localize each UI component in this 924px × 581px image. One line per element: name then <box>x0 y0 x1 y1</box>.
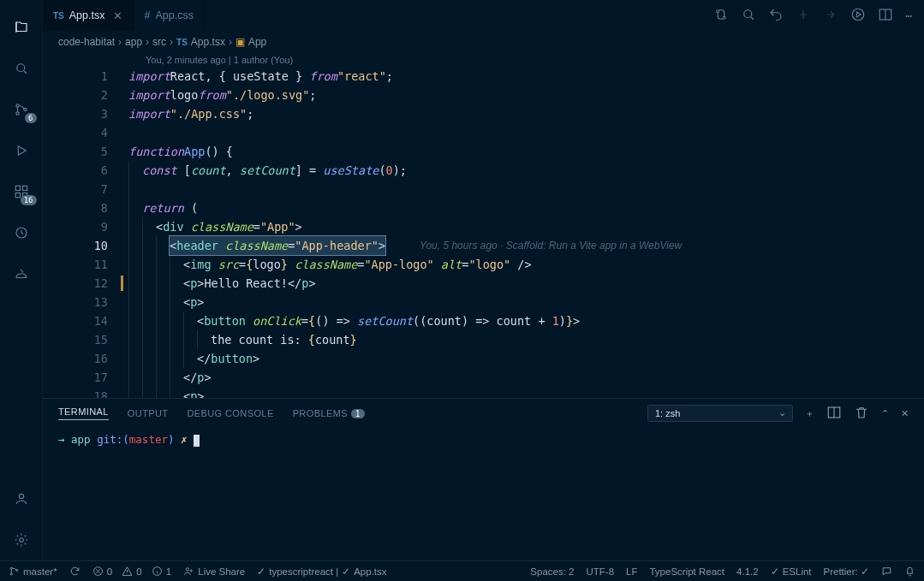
problems-count-badge: 1 <box>351 409 365 418</box>
status-ts-version[interactable]: 4.1.2 <box>736 566 759 577</box>
breadcrumbs[interactable]: code-habitat› app› src› TS App.tsx› ▣ Ap… <box>43 31 924 53</box>
status-sync[interactable] <box>69 566 80 577</box>
open-changes-icon[interactable] <box>741 7 756 25</box>
status-bar: master* 0 0 1 Live Share ✓ typescriptrea… <box>0 560 924 581</box>
tab-label: App.css <box>155 9 193 21</box>
extensions-icon[interactable]: 16 <box>9 180 33 204</box>
bottom-panel: TERMINAL OUTPUT DEBUG CONSOLE PROBLEMS1 … <box>43 398 924 560</box>
terminal-body[interactable]: → app git:(master) ✗ <box>43 428 924 560</box>
source-control-icon[interactable]: 6 <box>9 98 33 122</box>
svg-rect-4 <box>15 186 20 190</box>
timeline-icon[interactable] <box>9 221 33 245</box>
status-language-mode[interactable]: TypeScript React <box>649 566 724 577</box>
svg-rect-5 <box>22 186 27 190</box>
tab-app-css[interactable]: # App.css <box>134 0 204 31</box>
svg-point-22 <box>187 568 189 571</box>
svg-point-10 <box>19 538 23 542</box>
gitlens-blame: You, 5 hours ago · Scaffold: Run a Vite … <box>420 236 682 255</box>
run-icon[interactable] <box>850 7 866 25</box>
status-bell-icon[interactable] <box>904 566 915 577</box>
more-actions-icon[interactable]: ⋯ <box>905 9 912 22</box>
undo-icon[interactable] <box>768 7 784 25</box>
status-encoding[interactable]: UTF-8 <box>586 566 614 577</box>
ts-file-icon: TS <box>176 38 188 47</box>
editor-title-actions: ⋯ <box>713 0 924 31</box>
close-panel-icon[interactable]: ✕ <box>901 408 909 419</box>
terminal-cursor <box>194 435 200 447</box>
svg-point-14 <box>852 9 864 21</box>
new-terminal-icon[interactable]: ＋ <box>805 407 814 420</box>
svg-point-0 <box>16 64 24 72</box>
crumb-symbol[interactable]: App <box>248 36 266 48</box>
explorer-icon[interactable] <box>9 15 33 39</box>
tab-app-tsx[interactable]: TS App.tsx ✕ <box>43 0 134 31</box>
code-editor[interactable]: 1import React, { useState } from "react"… <box>43 67 924 398</box>
scm-badge: 6 <box>25 113 36 123</box>
maximize-panel-icon[interactable]: ⌃ <box>881 408 889 419</box>
split-terminal-icon[interactable] <box>826 405 842 422</box>
prev-change-icon[interactable] <box>796 7 811 25</box>
svg-point-13 <box>744 9 752 17</box>
terminal-shell-select[interactable]: 1: zsh <box>647 405 793 422</box>
svg-point-2 <box>15 112 18 115</box>
accounts-icon[interactable] <box>9 487 33 511</box>
status-branch[interactable]: master* <box>9 566 57 577</box>
svg-rect-6 <box>15 193 20 198</box>
search-icon[interactable] <box>9 56 33 80</box>
ts-file-icon: TS <box>53 11 64 21</box>
status-feedback-icon[interactable] <box>881 566 892 577</box>
panel-tab-debug-console[interactable]: DEBUG CONSOLE <box>187 408 273 418</box>
next-change-icon[interactable] <box>823 7 838 25</box>
status-spaces[interactable]: Spaces: 2 <box>530 566 574 577</box>
split-editor-icon[interactable] <box>878 7 893 25</box>
crumb-file[interactable]: App.tsx <box>191 36 225 48</box>
svg-point-18 <box>10 573 12 575</box>
settings-gear-icon[interactable] <box>9 528 33 552</box>
panel-tab-terminal[interactable]: TERMINAL <box>58 406 109 420</box>
status-spellcheck-lang[interactable]: ✓ typescriptreact | ✓ App.tsx <box>257 566 386 578</box>
compare-changes-icon[interactable] <box>713 7 729 25</box>
kill-terminal-icon[interactable] <box>854 405 869 422</box>
symbol-icon: ▣ <box>235 36 245 48</box>
crumb[interactable]: code-habitat <box>58 36 115 48</box>
crumb[interactable]: app <box>125 36 142 48</box>
tab-label: App.tsx <box>69 9 105 21</box>
run-debug-icon[interactable] <box>9 139 33 163</box>
remote-icon[interactable] <box>9 262 33 286</box>
status-eol[interactable]: LF <box>626 566 637 577</box>
svg-point-12 <box>723 16 725 19</box>
status-liveshare[interactable]: Live Share <box>183 566 245 577</box>
svg-point-11 <box>717 9 719 12</box>
status-problems[interactable]: 0 0 1 <box>92 566 172 577</box>
editor-tabs: TS App.tsx ✕ # App.css ⋯ <box>43 0 924 31</box>
extensions-badge: 16 <box>21 195 37 205</box>
svg-point-17 <box>10 567 12 569</box>
panel-tab-problems[interactable]: PROBLEMS1 <box>293 408 365 418</box>
crumb[interactable]: src <box>152 36 166 48</box>
panel-tab-output[interactable]: OUTPUT <box>128 408 169 418</box>
css-file-icon: # <box>144 9 150 21</box>
status-prettier[interactable]: Prettier: ✓ <box>824 566 869 578</box>
svg-point-1 <box>15 104 18 107</box>
activity-bar: 6 16 <box>0 0 43 560</box>
svg-point-9 <box>19 494 23 498</box>
gitlens-codelens[interactable]: You, 2 minutes ago | 1 author (You) <box>43 53 924 67</box>
close-icon[interactable]: ✕ <box>113 9 122 22</box>
status-eslint[interactable]: ✓ ESLint <box>771 566 812 578</box>
